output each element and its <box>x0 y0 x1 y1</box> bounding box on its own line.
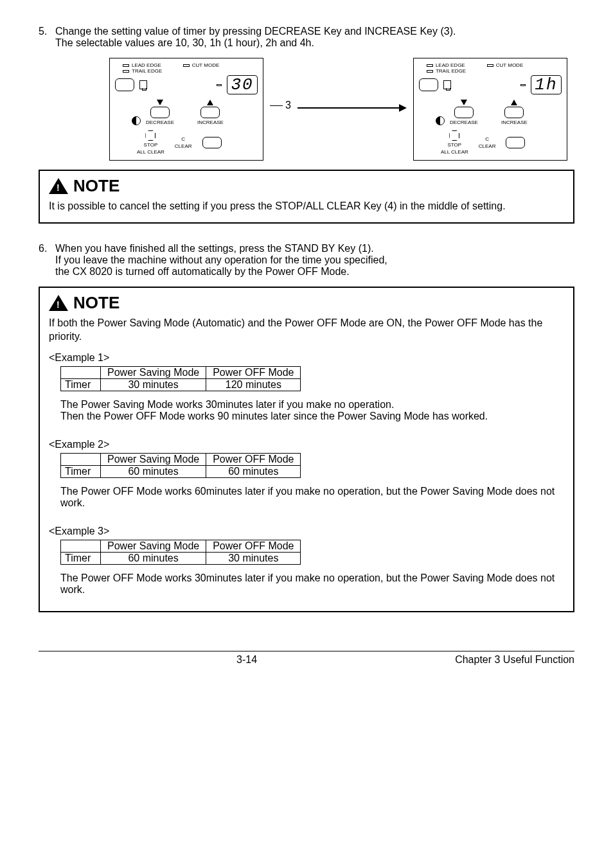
contrast-icon <box>132 116 141 125</box>
note-1-title: NOTE <box>73 176 120 196</box>
example-3-explain: The Power OFF Mode works 30minutes later… <box>60 572 564 596</box>
arrow-up-icon <box>207 100 213 105</box>
ex3-psm: 60 minutes <box>101 553 206 565</box>
ex1-exp2: Then the Power OFF Mode works 90 minutes… <box>60 411 564 422</box>
panel-after: LEAD EDGE CUT MODE TRAIL EDGE 1h DECREAS… <box>413 58 567 161</box>
step-6-line2: If you leave the machine without any ope… <box>55 254 574 266</box>
clear-button <box>202 137 222 148</box>
note-1-body: It is possible to cancel the setting if … <box>49 200 564 213</box>
ex2-pom: 60 minutes <box>206 466 301 478</box>
row-timer: Timer <box>61 466 101 478</box>
step-6-line3: the CX 8020 is turned off automatically … <box>55 266 574 278</box>
clear-button <box>506 137 525 148</box>
ex1-psm: 30 minutes <box>101 379 206 391</box>
label-decrease: DECREASE <box>146 120 174 125</box>
example-3-table: Power Saving ModePower OFF Mode Timer60 … <box>60 540 301 565</box>
step-6-number: 6. <box>39 243 55 278</box>
step-6-body: When you have finished all the settings,… <box>55 243 574 278</box>
stop-icon <box>449 130 459 141</box>
seg-display-after: 1h <box>531 75 562 94</box>
contrast-icon <box>436 116 445 125</box>
label-trail-edge: TRAIL EDGE <box>436 68 466 74</box>
label-c: C <box>181 136 185 142</box>
note-box-1: NOTE It is possible to cancel the settin… <box>39 170 574 224</box>
mini-led-icon <box>217 84 222 86</box>
led-icon <box>123 64 129 67</box>
chapter-label: Chapter 3 Useful Function <box>455 654 574 666</box>
big-arrow-icon <box>298 103 407 116</box>
note-2-intro: If both the Power Saving Mode (Automatic… <box>49 317 564 344</box>
port-icon <box>443 80 451 89</box>
row-timer: Timer <box>61 379 101 391</box>
led-icon <box>183 64 190 67</box>
led-icon <box>487 64 493 67</box>
label-lead-edge: LEAD EDGE <box>436 62 465 68</box>
example-2-table: Power Saving ModePower OFF Mode Timer60 … <box>60 453 301 478</box>
label-all-clear: ALL CLEAR <box>137 149 164 155</box>
blank-button <box>115 78 134 91</box>
seg-display-before: 30 <box>227 75 258 94</box>
ref-3: 3 <box>270 100 291 119</box>
ex3-pom: 30 minutes <box>206 553 301 565</box>
arrow-up-icon <box>511 100 517 105</box>
label-clear: CLEAR <box>479 143 496 149</box>
warning-icon <box>49 178 68 194</box>
decrease-button <box>150 107 170 118</box>
step-5-number: 5. <box>39 26 55 49</box>
blank-button <box>419 78 438 91</box>
step-5-line2: The selectable values are 10, 30, 1h (1 … <box>55 37 574 49</box>
note-2-title: NOTE <box>73 293 120 313</box>
ex2-psm: 60 minutes <box>101 466 206 478</box>
step-5-line1: Change the setting value of timer by pre… <box>55 26 574 37</box>
stop-icon <box>145 130 155 141</box>
step-6: 6. When you have finished all the settin… <box>39 243 574 278</box>
led-icon <box>123 70 129 73</box>
col-pom: Power OFF Mode <box>206 540 301 553</box>
led-icon <box>427 64 433 67</box>
example-2-explain: The Power OFF Mode works 60minutes later… <box>60 486 564 509</box>
col-psm: Power Saving Mode <box>101 454 206 466</box>
ref-3-label: 3 <box>285 100 291 111</box>
step-5-body: Change the setting value of timer by pre… <box>55 26 574 49</box>
label-stop: STOP <box>144 142 158 148</box>
col-psm: Power Saving Mode <box>101 367 206 379</box>
col-pom: Power OFF Mode <box>206 367 301 379</box>
step-6-line1: When you have finished all the settings,… <box>55 243 574 254</box>
led-icon <box>427 70 433 73</box>
label-stop: STOP <box>448 142 462 148</box>
svg-marker-1 <box>399 104 407 112</box>
label-increase: INCREASE <box>197 120 224 125</box>
label-decrease: DECREASE <box>450 120 478 125</box>
decrease-button <box>454 107 474 118</box>
mini-led-icon <box>520 84 526 86</box>
example-1-table: Power Saving ModePower OFF Mode Timer30 … <box>60 366 301 391</box>
port-icon <box>139 80 147 89</box>
step-5: 5. Change the setting value of timer by … <box>39 26 574 49</box>
example-1-explain: The Power Saving Mode works 30minutes la… <box>60 399 564 422</box>
col-pom: Power OFF Mode <box>206 454 301 466</box>
example-3-label: <Example 3> <box>49 526 564 537</box>
ex1-exp1: The Power Saving Mode works 30minutes la… <box>60 399 564 411</box>
ex1-pom: 120 minutes <box>206 379 301 391</box>
row-timer: Timer <box>61 553 101 565</box>
page-number: 3-14 <box>39 654 455 666</box>
increase-button <box>200 107 220 118</box>
arrow-down-icon <box>461 100 467 105</box>
increase-button <box>504 107 524 118</box>
arrow-down-icon <box>157 100 163 105</box>
label-cut-mode: CUT MODE <box>192 62 220 68</box>
col-psm: Power Saving Mode <box>101 540 206 553</box>
ref-line-icon <box>270 105 283 107</box>
label-clear: CLEAR <box>175 143 192 149</box>
panel-before: LEAD EDGE CUT MODE TRAIL EDGE 30 DECREAS… <box>109 58 263 161</box>
panels-row: LEAD EDGE CUT MODE TRAIL EDGE 30 DECREAS… <box>109 58 574 161</box>
label-all-clear: ALL CLEAR <box>441 149 468 155</box>
label-c: C <box>485 136 489 142</box>
example-1-label: <Example 1> <box>49 352 564 364</box>
label-trail-edge: TRAIL EDGE <box>132 68 162 74</box>
note-box-2: NOTE If both the Power Saving Mode (Auto… <box>39 287 574 613</box>
page-footer: 3-14 Chapter 3 Useful Function <box>39 651 574 666</box>
warning-icon <box>49 295 68 311</box>
example-2-label: <Example 2> <box>49 439 564 450</box>
label-increase: INCREASE <box>501 120 528 125</box>
